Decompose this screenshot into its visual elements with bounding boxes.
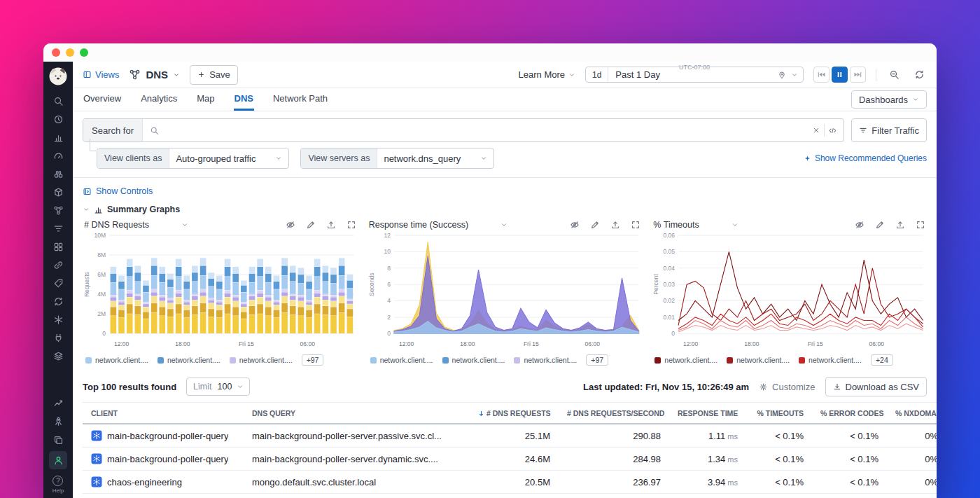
sidebar-item-chart-bars[interactable] <box>49 130 67 144</box>
column-header-dns-query[interactable]: DNS QUERY <box>244 403 469 424</box>
search-input[interactable] <box>163 125 812 136</box>
sidebar-item-nodes[interactable] <box>49 203 67 217</box>
sidebar-item-filter[interactable] <box>49 221 67 235</box>
edit-chart-button[interactable] <box>590 220 600 230</box>
tab-analytics[interactable]: Analytics <box>140 88 178 111</box>
table-row[interactable]: main-background-poller-querymain-backgro… <box>83 448 937 471</box>
summary-graphs-header[interactable]: Summary Graphs <box>83 205 927 214</box>
sidebar-item-binoculars[interactable] <box>49 167 67 181</box>
dashboards-button[interactable]: Dashboards <box>851 90 927 109</box>
sidebar-item-apps[interactable] <box>49 240 67 254</box>
column-header--dns-requests-second[interactable]: # DNS REQUESTS/SECOND <box>559 403 669 424</box>
legend-item[interactable]: network.client.... <box>654 356 718 364</box>
query-syntax-icon[interactable] <box>828 126 837 135</box>
show-controls-link[interactable]: Show Controls <box>73 178 937 198</box>
sidebar-item-tag[interactable] <box>49 276 67 290</box>
hide-series-button[interactable] <box>286 220 295 230</box>
edit-chart-button[interactable] <box>306 220 316 230</box>
sidebar-item-cube[interactable] <box>49 185 67 199</box>
pause-button[interactable] <box>832 67 848 83</box>
sidebar-item-sync[interactable] <box>49 294 67 308</box>
views-button[interactable]: Views <box>83 69 119 80</box>
step-forward-button[interactable] <box>850 67 866 83</box>
sidebar-item-gauge[interactable] <box>49 148 67 162</box>
export-chart-button[interactable] <box>326 220 336 230</box>
legend-item[interactable]: network.client.... <box>514 356 577 364</box>
sidebar-item-insights[interactable] <box>49 394 67 410</box>
client-cell[interactable]: main-background-poller-query <box>91 453 235 464</box>
clear-search-icon[interactable] <box>812 126 820 134</box>
step-back-button[interactable] <box>813 67 830 83</box>
show-recommended-queries-link[interactable]: Show Recommended Queries <box>804 153 927 163</box>
limit-select[interactable]: Limit 100 <box>186 378 250 396</box>
sidebar-item-help[interactable]: ? Help <box>52 476 64 494</box>
hide-series-button[interactable] <box>855 220 864 230</box>
legend-item[interactable]: network.client.... <box>370 356 433 364</box>
tab-network-path[interactable]: Network Path <box>272 88 328 111</box>
legend-more-badge[interactable]: +24 <box>871 354 893 366</box>
chart-metric-select[interactable]: # DNS Requests <box>84 220 188 230</box>
sidebar-item-layers[interactable] <box>49 349 67 363</box>
chart-canvas[interactable]: 024681012Seconds12:0018:00Fri 1506:00 <box>368 230 643 353</box>
legend-item[interactable]: network.client.... <box>727 356 790 364</box>
tab-overview[interactable]: Overview <box>83 88 122 111</box>
tab-dns[interactable]: DNS <box>234 88 254 111</box>
download-csv-button[interactable]: Download as CSV <box>825 377 927 396</box>
legend-item[interactable]: network.client.... <box>85 356 148 364</box>
sidebar-item-asterisk[interactable] <box>49 312 67 326</box>
hide-series-button[interactable] <box>570 220 580 230</box>
chart-canvas[interactable]: 00.010.020.030.040.050.06Percent12:0018:… <box>652 230 927 353</box>
export-chart-button[interactable] <box>610 220 620 230</box>
expand-chart-button[interactable] <box>346 220 356 230</box>
refresh-button[interactable] <box>911 67 927 83</box>
column-header--error-codes[interactable]: % ERROR CODES <box>812 403 887 424</box>
refresh-icon <box>914 69 925 80</box>
kentik-logo[interactable] <box>49 67 67 85</box>
column-header--nxdomai[interactable]: % NXDOMAI <box>887 403 937 424</box>
table-row[interactable]: chaos-engineeringmongo.default.svc.clust… <box>83 471 937 494</box>
legend-item[interactable]: network.client.... <box>799 356 862 364</box>
expand-chart-button[interactable] <box>916 220 925 230</box>
table-row[interactable]: main-background-poller-querymain-backgro… <box>83 424 937 448</box>
legend-item[interactable]: network.client.... <box>158 356 220 364</box>
column-header--dns-requests[interactable]: # DNS REQUESTS <box>469 403 559 424</box>
close-window-button[interactable] <box>52 48 60 57</box>
sidebar-item-plug[interactable] <box>49 331 67 345</box>
save-button[interactable]: Save <box>190 65 238 85</box>
legend-item[interactable]: network.client.... <box>230 356 293 364</box>
client-cell[interactable]: main-background-poller-query <box>91 430 235 441</box>
time-range-short[interactable]: 1d <box>586 67 608 82</box>
sidebar-item-rocket[interactable] <box>49 413 67 429</box>
filter-traffic-button[interactable]: Filter Traffic <box>851 118 927 142</box>
legend-item[interactable]: network.client.... <box>442 356 505 364</box>
chart-metric-select[interactable]: Response time (Success) <box>369 220 507 230</box>
view-servers-as-select[interactable]: View servers as network.dns_query <box>300 148 494 169</box>
pin-icon[interactable] <box>778 71 786 79</box>
sidebar-item-search[interactable] <box>49 94 67 108</box>
sidebar-item-user[interactable] <box>49 451 67 469</box>
chevron-down-icon[interactable] <box>791 71 798 78</box>
expand-chart-button[interactable] <box>631 220 640 230</box>
minimize-window-button[interactable] <box>66 48 74 57</box>
client-cell[interactable]: chaos-engineering <box>91 476 235 487</box>
sidebar-item-history[interactable] <box>49 112 67 126</box>
export-chart-button[interactable] <box>895 220 905 230</box>
edit-chart-button[interactable] <box>875 220 885 230</box>
view-clients-as-select[interactable]: View clients as Auto-grouped traffic <box>97 148 289 169</box>
tab-map[interactable]: Map <box>196 88 215 111</box>
legend-more-badge[interactable]: +97 <box>586 354 608 366</box>
app-selector[interactable]: DNS <box>129 69 180 81</box>
legend-more-badge[interactable]: +97 <box>302 354 324 366</box>
column-header-response-time[interactable]: RESPONSE TIME <box>669 403 746 424</box>
column-header-client[interactable]: CLIENT <box>83 403 244 424</box>
zoom-window-button[interactable] <box>80 48 88 57</box>
sidebar-item-link[interactable] <box>49 258 67 272</box>
chart-canvas[interactable]: 02M4M6M8M10MRequests12:0018:00Fri 1506:0… <box>83 230 358 353</box>
chart-metric-select[interactable]: % Timeouts <box>653 220 738 230</box>
sidebar-item-copy[interactable] <box>49 432 67 448</box>
learn-more-dropdown[interactable]: Learn More <box>519 69 575 80</box>
column-header--timeouts[interactable]: % TIMEOUTS <box>746 403 812 424</box>
app-window: ? Help Views DNS Save <box>43 43 937 498</box>
customize-button[interactable]: Customize <box>759 382 815 392</box>
zoom-out-button[interactable] <box>886 67 902 83</box>
